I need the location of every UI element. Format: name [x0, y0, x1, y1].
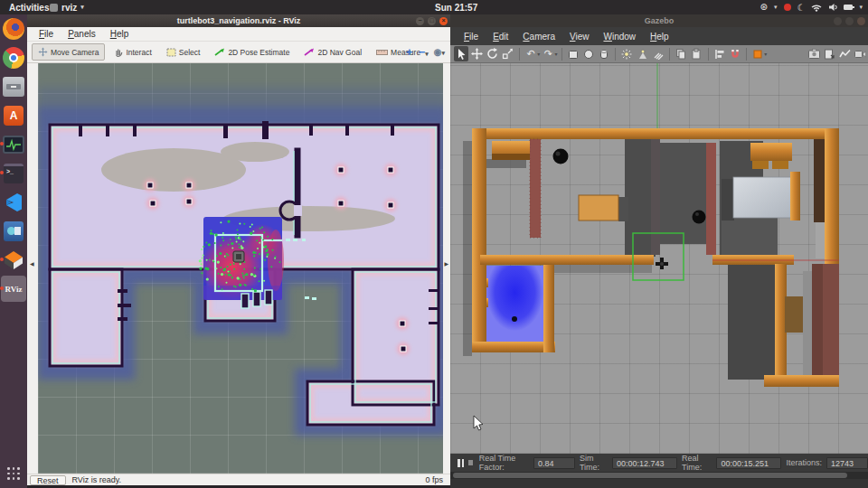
- dock-item-vscode[interactable]: [3, 192, 24, 213]
- trash-bin: [693, 211, 706, 224]
- minimize-button[interactable]: −: [416, 17, 424, 25]
- app-menu-label: rviz: [61, 3, 77, 13]
- remove-tool-button[interactable]: −▾: [419, 45, 429, 59]
- dock-item-gazebo[interactable]: [3, 249, 24, 271]
- point-light-button[interactable]: [619, 46, 634, 61]
- screenshot-button[interactable]: [807, 46, 821, 61]
- menu-camera[interactable]: Camera: [516, 31, 561, 42]
- gazebo-scene: [450, 63, 868, 454]
- tool-interact[interactable]: Interact: [108, 44, 156, 60]
- view-angle-button[interactable]: [750, 46, 765, 61]
- menu-help[interactable]: Help: [644, 31, 675, 42]
- insert-sphere-button[interactable]: [581, 46, 596, 61]
- scale-tool-button[interactable]: [501, 46, 515, 61]
- dock-item-software[interactable]: A: [3, 105, 24, 127]
- align-button[interactable]: [712, 46, 727, 61]
- close-button[interactable]: [857, 17, 865, 25]
- maximize-button[interactable]: □: [428, 17, 436, 25]
- maximize-button[interactable]: [845, 17, 854, 25]
- add-tool-button[interactable]: +: [406, 45, 413, 59]
- tool-move-camera[interactable]: Move Camera: [32, 43, 105, 61]
- menu-view[interactable]: View: [563, 31, 596, 42]
- copy-button[interactable]: [674, 46, 688, 61]
- close-button[interactable]: ×: [439, 17, 448, 25]
- select-tool-button[interactable]: [454, 46, 468, 61]
- insert-box-button[interactable]: [566, 46, 580, 61]
- iterations-value: 12743: [826, 457, 868, 469]
- dock-item-system-monitor[interactable]: [3, 134, 24, 155]
- snap-button[interactable]: [728, 46, 742, 61]
- video-record-button[interactable]: [854, 46, 868, 61]
- rtf-label: Real Time Factor:: [479, 454, 529, 472]
- rviz-titlebar[interactable]: turtlebot3_navigation.rviz - RViz − □ ×: [27, 14, 450, 27]
- clock[interactable]: Sun 21:57: [435, 3, 477, 13]
- rviz-toolbar: Move Camera Interact Select 2D Pose Esti…: [27, 42, 450, 63]
- log-record-button[interactable]: [822, 46, 836, 61]
- tool-select[interactable]: Select: [161, 45, 206, 60]
- menu-file[interactable]: File: [458, 31, 485, 42]
- collapse-right-panel-icon[interactable]: ▶: [444, 260, 448, 267]
- navigation-map: [38, 63, 443, 474]
- tool-label: Interact: [126, 48, 151, 57]
- app-menu[interactable]: rviz ▾: [50, 3, 84, 13]
- chevron-down-icon: ▾: [764, 51, 767, 57]
- rviz-3d-view[interactable]: [38, 63, 443, 474]
- reset-button[interactable]: Reset: [30, 475, 66, 485]
- tool-2d-pose-estimate[interactable]: 2D Pose Estimate: [209, 45, 295, 60]
- grid-icon: [7, 467, 20, 480]
- dock-item-rviz[interactable]: RViz: [3, 278, 24, 300]
- translate-tool-button[interactable]: [469, 46, 484, 61]
- menu-file[interactable]: File: [33, 28, 60, 40]
- rotate-tool-button[interactable]: [486, 46, 500, 61]
- chevron-down-icon: ▾: [441, 50, 445, 56]
- menu-window[interactable]: Window: [597, 31, 642, 42]
- scrollbar-thumb[interactable]: [453, 473, 847, 478]
- turtlebot-robot: [656, 258, 668, 269]
- paste-button[interactable]: [689, 46, 703, 61]
- accessibility-icon[interactable]: ⊛: [760, 3, 768, 12]
- wifi-icon[interactable]: [811, 3, 822, 12]
- step-button[interactable]: [468, 460, 473, 465]
- move-camera-icon: [38, 47, 48, 57]
- undo-button[interactable]: ↶: [524, 46, 538, 61]
- rtf-value: 0.84: [533, 457, 575, 469]
- dock-item-files[interactable]: [3, 76, 24, 98]
- gazebo-titlebar[interactable]: Gazebo: [450, 14, 868, 27]
- show-applications-button[interactable]: [3, 463, 24, 484]
- rviz-menubar: File Panels Help: [27, 27, 450, 42]
- trash-bin: [553, 149, 569, 164]
- pause-button[interactable]: [458, 459, 464, 467]
- rviz-icon: RViz: [3, 278, 24, 300]
- select-box-icon: [166, 48, 176, 57]
- ubuntu-software-icon: A: [4, 106, 24, 126]
- gazebo-3d-view[interactable]: [450, 63, 868, 454]
- collapse-left-panel-icon[interactable]: ◀: [30, 260, 34, 267]
- menu-help[interactable]: Help: [104, 28, 136, 40]
- minimize-button[interactable]: [834, 17, 842, 25]
- gazebo-icon: [3, 249, 24, 271]
- menu-edit[interactable]: Edit: [486, 31, 514, 42]
- tool-2d-nav-goal[interactable]: 2D Nav Goal: [298, 45, 367, 60]
- chevron-down-icon: ▾: [80, 4, 84, 11]
- dock-item-firefox[interactable]: [3, 18, 24, 40]
- bed: [733, 177, 792, 218]
- dock-item-chrome[interactable]: [3, 47, 24, 69]
- night-light-icon[interactable]: ☾: [797, 3, 806, 13]
- toolbar-separator: [746, 48, 747, 61]
- spot-light-button[interactable]: [636, 46, 650, 61]
- insert-cylinder-button[interactable]: [597, 46, 611, 61]
- menu-panels[interactable]: Panels: [61, 28, 102, 40]
- activities-button[interactable]: Activities: [9, 3, 49, 13]
- gazebo-window-title: Gazebo: [645, 16, 675, 25]
- volume-icon[interactable]: [828, 3, 837, 12]
- dock-item-terminal[interactable]: >_: [3, 163, 24, 184]
- toolbar-separator: [669, 48, 670, 61]
- record-indicator-icon[interactable]: [784, 4, 791, 11]
- tool-properties-button[interactable]: ◉▾: [434, 47, 445, 57]
- plot-button[interactable]: [837, 46, 852, 61]
- horizontal-scrollbar[interactable]: [450, 472, 868, 479]
- directional-light-button[interactable]: [651, 46, 665, 61]
- redo-button[interactable]: ↷: [541, 46, 555, 61]
- dock-item-vmware[interactable]: [3, 221, 24, 242]
- battery-icon[interactable]: [844, 5, 853, 10]
